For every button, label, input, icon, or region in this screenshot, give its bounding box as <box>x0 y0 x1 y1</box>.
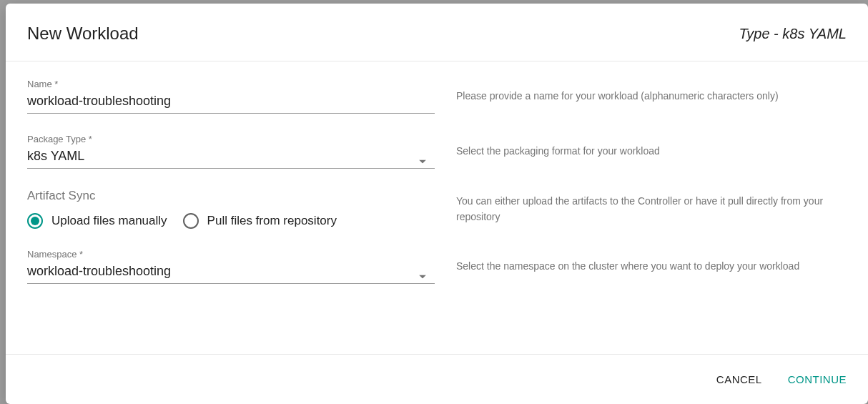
artifact-sync-radio-group: Upload files manually Pull files from re… <box>27 213 435 229</box>
name-input[interactable] <box>27 91 435 114</box>
radio-pull-label: Pull files from repository <box>207 214 337 228</box>
radio-pull-repository[interactable]: Pull files from repository <box>183 213 337 229</box>
namespace-help: Select the namespace on the cluster wher… <box>456 249 847 284</box>
modal-type-label: Type - k8s YAML <box>739 26 847 42</box>
modal-body: Name * Please provide a name for your wo… <box>6 61 868 354</box>
namespace-select[interactable] <box>27 261 435 284</box>
radio-unselected-icon <box>183 213 199 229</box>
row-package-type: Package Type * Select the packaging form… <box>27 134 847 169</box>
name-field-group: Name * <box>27 79 435 114</box>
namespace-field-group: Namespace * <box>27 249 435 284</box>
new-workload-modal: New Workload Type - k8s YAML Name * Plea… <box>6 4 868 404</box>
name-label: Name * <box>27 79 435 89</box>
namespace-value[interactable] <box>27 261 435 284</box>
name-help: Please provide a name for your workload … <box>456 79 847 114</box>
namespace-label: Namespace * <box>27 249 435 260</box>
modal-header: New Workload Type - k8s YAML <box>6 4 868 61</box>
radio-upload-label: Upload files manually <box>51 214 167 228</box>
package-type-help: Select the packaging format for your wor… <box>456 134 847 169</box>
continue-button[interactable]: CONTINUE <box>785 368 849 391</box>
artifact-sync-help: You can either upload the artifacts to t… <box>456 189 847 229</box>
row-name: Name * Please provide a name for your wo… <box>27 79 847 114</box>
modal-footer: CANCEL CONTINUE <box>6 354 868 404</box>
radio-selected-icon <box>27 213 43 229</box>
package-type-label: Package Type * <box>27 134 435 144</box>
artifact-sync-group: Artifact Sync Upload files manually Pull… <box>27 189 435 229</box>
artifact-sync-heading: Artifact Sync <box>27 189 435 203</box>
cancel-button[interactable]: CANCEL <box>714 368 765 391</box>
row-namespace: Namespace * Select the namespace on the … <box>27 249 847 284</box>
package-type-field-group: Package Type * <box>27 134 435 169</box>
radio-upload-manually[interactable]: Upload files manually <box>27 213 167 229</box>
package-type-value[interactable] <box>27 146 435 169</box>
row-artifact-sync: Artifact Sync Upload files manually Pull… <box>27 189 847 229</box>
package-type-select[interactable] <box>27 146 435 169</box>
modal-title: New Workload <box>27 24 139 44</box>
